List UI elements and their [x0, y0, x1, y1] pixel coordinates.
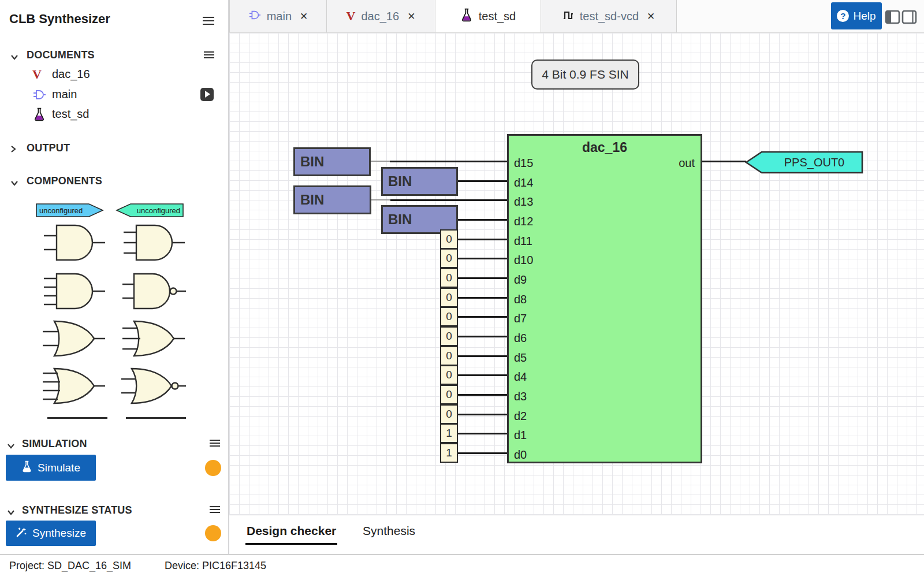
constant-block-d7[interactable]: 0: [440, 307, 458, 326]
chevron-down-icon: [10, 52, 18, 62]
section-components-label: COMPONENTS: [27, 175, 102, 187]
input-pin-label: unconfigured: [39, 206, 83, 215]
play-button[interactable]: [200, 88, 214, 101]
component-output-pin[interactable]: unconfigured: [116, 203, 184, 217]
constant-block-d4[interactable]: 0: [440, 365, 458, 385]
help-button[interactable]: ? Help: [831, 2, 882, 29]
simulate-button-label: Simulate: [38, 462, 80, 474]
chevron-down-icon: [10, 178, 18, 188]
wire-const-d6: [458, 336, 507, 337]
pps-out0-label: PPS_OUT0: [784, 156, 844, 169]
document-item-dac16[interactable]: V dac_16: [0, 66, 196, 84]
document-item-main[interactable]: main: [0, 87, 196, 104]
wire-bin-d12: [458, 219, 507, 221]
wire-const-d7: [458, 316, 507, 318]
pin-d6: d6: [514, 330, 527, 345]
pin-d1: d1: [514, 428, 527, 443]
section-synthesize-label: SYNTHESIZE STATUS: [22, 504, 132, 516]
synthesize-menu-icon[interactable]: [209, 506, 222, 515]
magic-wand-icon: [16, 526, 27, 541]
close-icon[interactable]: ✕: [647, 10, 655, 23]
simulation-menu-icon[interactable]: [209, 439, 222, 448]
pin-out: out: [679, 155, 695, 170]
component-nor-gate[interactable]: [114, 366, 187, 406]
verilog-icon: V: [32, 68, 46, 81]
tab-testsd[interactable]: test_sd: [435, 0, 541, 32]
output-pin-label: unconfigured: [137, 206, 180, 215]
close-icon[interactable]: ✕: [300, 10, 308, 23]
device-name: Device: PIC16F13145: [165, 560, 266, 572]
pin-d12: d12: [514, 214, 533, 229]
section-synthesize[interactable]: SYNTHESIZE STATUS: [0, 504, 228, 519]
section-documents[interactable]: DOCUMENTS: [0, 49, 228, 64]
dac16-block[interactable]: dac_16 d15 d14 d13 d12 d11 d10 d9 d8 d7 …: [507, 134, 702, 463]
constant-block-d8[interactable]: 0: [440, 288, 458, 307]
wire-bin-d15: [390, 161, 507, 162]
schematic-canvas[interactable]: 4 Bit 0.9 FS SIN dac_16 d15 d14 d13 d12 …: [229, 33, 924, 515]
pin-d9: d9: [514, 272, 527, 287]
bin-block-label: BIN: [388, 173, 412, 189]
component-and4-gate[interactable]: [35, 272, 107, 311]
constant-block-d6[interactable]: 0: [440, 326, 458, 346]
component-and3-gate[interactable]: [114, 223, 187, 262]
app-title: CLB Synthesizer: [9, 12, 110, 27]
constant-block-d0[interactable]: 1: [440, 443, 458, 463]
tab-design-checker[interactable]: Design checker: [245, 524, 337, 545]
component-or2-gate[interactable]: [35, 319, 107, 358]
bin-block-d13[interactable]: BIN: [293, 185, 371, 214]
bin-block-label: BIN: [388, 211, 412, 227]
constant-block-d1[interactable]: 1: [440, 423, 458, 443]
and-gate-icon: [248, 9, 261, 24]
toggle-right-panel-button[interactable]: [901, 9, 917, 25]
document-item-testsd[interactable]: test_sd: [0, 106, 196, 124]
sidebar: CLB Synthesizer DOCUMENTS V dac_16 main: [0, 0, 228, 554]
tab-label: dac_16: [362, 10, 400, 23]
constant-block-d3[interactable]: 0: [440, 385, 458, 404]
wire-const-d4: [458, 374, 507, 376]
tab-dac16[interactable]: V dac_16 ✕: [327, 0, 435, 32]
pps-out0-port[interactable]: PPS_OUT0: [745, 151, 864, 174]
close-icon[interactable]: ✕: [407, 10, 415, 23]
section-output[interactable]: OUTPUT: [0, 142, 228, 157]
app-window: CLB Synthesizer DOCUMENTS V dac_16 main: [0, 0, 924, 576]
wire-stub: [371, 161, 392, 162]
bottom-panel: Design checker Synthesis: [229, 515, 924, 554]
simulate-button[interactable]: Simulate: [6, 455, 96, 481]
tab-testsd-vcd[interactable]: test_sd-vcd ✕: [541, 0, 677, 32]
component-input-pin[interactable]: unconfigured: [36, 203, 104, 217]
bin-block-d15[interactable]: BIN: [293, 147, 371, 176]
flask-icon: [460, 8, 473, 24]
pin-d0: d0: [514, 447, 527, 462]
annotation-label[interactable]: 4 Bit 0.9 FS SIN: [531, 60, 639, 90]
constant-block-d11[interactable]: 0: [440, 229, 458, 249]
synthesize-button[interactable]: Synthesize: [6, 521, 96, 546]
pin-d13: d13: [514, 194, 533, 209]
wire-const-d3: [458, 394, 507, 396]
constant-block-d2[interactable]: 0: [440, 404, 458, 424]
waveform-icon: [562, 9, 574, 23]
section-components[interactable]: COMPONENTS: [0, 174, 228, 189]
wire-const-d10: [458, 258, 507, 259]
tab-main[interactable]: main ✕: [229, 0, 327, 32]
component-nand-gate[interactable]: [114, 272, 187, 311]
constant-block-d5[interactable]: 0: [440, 346, 458, 366]
constant-block-d9[interactable]: 0: [440, 268, 458, 288]
synthesize-button-label: Synthesize: [32, 527, 86, 540]
wire-const-d8: [458, 297, 507, 299]
tab-synthesis[interactable]: Synthesis: [362, 524, 416, 543]
app-menu-icon[interactable]: [202, 16, 215, 25]
help-button-label: Help: [853, 10, 875, 23]
constant-block-d10[interactable]: 0: [440, 248, 458, 268]
section-simulation[interactable]: SIMULATION: [0, 437, 228, 452]
wire-stub: [371, 199, 393, 200]
component-or4-gate[interactable]: [35, 366, 107, 406]
pin-d4: d4: [514, 369, 527, 384]
toggle-left-panel-button[interactable]: [885, 9, 900, 25]
wire-out: [702, 161, 746, 162]
documents-menu-icon[interactable]: [203, 51, 216, 60]
tab-label: test_sd-vcd: [580, 10, 639, 23]
bin-block-d14[interactable]: BIN: [381, 167, 458, 196]
component-or3-gate[interactable]: [114, 319, 187, 358]
pin-d14: d14: [514, 175, 533, 190]
component-and2-gate[interactable]: [35, 223, 107, 262]
